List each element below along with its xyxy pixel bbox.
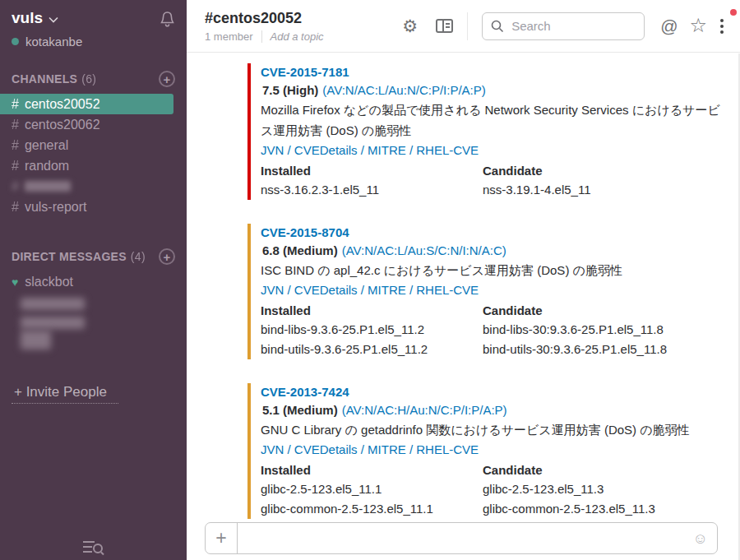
installed-package: bind-utils-9.3.6-25.P1.el5_11.2: [261, 340, 483, 359]
channels-count: (6): [81, 72, 96, 86]
hash-icon: #: [12, 97, 19, 112]
installed-package: nss-3.16.2.3-1.el5_11: [261, 180, 483, 200]
channel-header: #centos20052 1 member Add a topic ⚙ Sear…: [187, 0, 740, 53]
search-input[interactable]: Search: [482, 12, 645, 40]
candidate-field: Candidate nss-3.19.1-4.el5_11: [483, 162, 705, 200]
rhel-cve-link[interactable]: RHEL-CVE: [416, 283, 479, 297]
dms-header-label: DIRECT MESSAGES: [12, 250, 127, 263]
sidebar-item-centos20052[interactable]: # centos20052: [0, 94, 173, 114]
installed-package: glibc-common-2.5-123.el5_11.1: [261, 499, 483, 519]
current-user[interactable]: kotakanbe: [12, 35, 175, 49]
more-options-icon[interactable]: [720, 19, 724, 34]
reference-links: JVN / CVEDetails / MITRE / RHEL-CVE: [261, 141, 724, 160]
workspace-name[interactable]: vuls: [12, 9, 43, 27]
member-count[interactable]: 1 member: [205, 30, 253, 43]
sidebar-item-redacted-channel[interactable]: #: [0, 176, 187, 197]
channels-header-label: CHANNELS: [12, 72, 77, 86]
mitre-link[interactable]: MITRE: [368, 442, 406, 456]
message-input[interactable]: [238, 523, 693, 553]
cvss-vector-link[interactable]: (AV:N/AC:L/Au:N/C:P/I:P/A:P): [322, 83, 485, 97]
jvn-link[interactable]: JVN: [261, 442, 284, 456]
gear-icon[interactable]: ⚙: [402, 17, 418, 35]
sidebar-item-vuls-report[interactable]: # vuls-report: [0, 197, 187, 217]
page-title: #centos20052: [205, 10, 324, 27]
flexpane-toggle-icon[interactable]: [436, 19, 453, 33]
mitre-link[interactable]: MITRE: [368, 283, 406, 297]
candidate-package: glibc-2.5-123.el5_11.3: [483, 479, 705, 499]
slack-app: vuls kotakanbe CHANNELS (6) + # centos20…: [0, 0, 740, 560]
add-dm-icon[interactable]: +: [159, 248, 175, 265]
channel-label: centos20052: [25, 97, 100, 112]
presence-dot-icon: [12, 38, 19, 45]
heart-icon: ♥: [12, 275, 18, 289]
cvss-score: 7.5 (High): [262, 83, 318, 97]
add-channel-icon[interactable]: +: [159, 71, 175, 87]
redacted-channel-blur: #: [12, 179, 71, 194]
jvn-link[interactable]: JVN: [261, 283, 284, 297]
search-placeholder: Search: [511, 19, 551, 33]
channel-list-search-icon[interactable]: [82, 539, 104, 556]
hash-icon: #: [12, 118, 19, 132]
sidebar-item-general[interactable]: # general: [0, 135, 187, 155]
mentions-icon[interactable]: @: [660, 16, 678, 36]
cve-link[interactable]: CVE-2015-7181: [261, 63, 349, 81]
installed-package: bind-libs-9.3.6-25.P1.el5_11.2: [261, 320, 483, 340]
reference-links: JVN / CVEDetails / MITRE / RHEL-CVE: [261, 280, 724, 300]
rhel-cve-link[interactable]: RHEL-CVE: [416, 143, 479, 157]
cvedetails-link[interactable]: CVEDetails: [294, 442, 358, 456]
candidate-package: bind-utils-30:9.3.6-25.P1.el5_11.8: [483, 340, 705, 359]
sidebar-item-redacted-dm-2[interactable]: [0, 317, 187, 349]
reference-links: JVN / CVEDetails / MITRE / RHEL-CVE: [261, 440, 724, 460]
mitre-link[interactable]: MITRE: [368, 143, 406, 157]
message-composer: + ☺: [205, 522, 718, 554]
channels-section-header[interactable]: CHANNELS (6) +: [0, 71, 187, 87]
chevron-down-icon[interactable]: [49, 16, 58, 23]
rhel-cve-link[interactable]: RHEL-CVE: [416, 442, 479, 456]
cvss-score: 5.1 (Medium): [262, 403, 338, 417]
installed-field: Installed nss-3.16.2.3-1.el5_11: [261, 162, 483, 200]
hash-icon: #: [12, 200, 19, 215]
starred-items-icon[interactable]: ☆: [689, 16, 707, 35]
sidebar-item-slackbot[interactable]: ♥ slackbot: [0, 271, 187, 292]
dms-count: (4): [131, 250, 146, 263]
cve-link[interactable]: CVE-2015-8704: [261, 224, 349, 241]
sidebar-item-random[interactable]: # random: [0, 155, 187, 176]
header-divider: [467, 12, 468, 40]
message-attachment: CVE-2015-8704 6.8 (Medium)(AV:N/AC:L/Au:…: [247, 224, 724, 359]
sidebar: vuls kotakanbe CHANNELS (6) + # centos20…: [0, 0, 187, 560]
candidate-package: nss-3.19.1-4.el5_11: [483, 180, 705, 200]
jvn-link[interactable]: JVN: [261, 143, 284, 157]
hash-icon: #: [12, 159, 19, 174]
message-list: CVE-2015-7181 7.5 (High)(AV:N/AC:L/Au:N/…: [187, 53, 740, 520]
cvedetails-link[interactable]: CVEDetails: [294, 283, 358, 297]
installed-field: Installed glibc-2.5-123.el5_11.1 glibc-c…: [261, 461, 483, 519]
cvss-vector-link[interactable]: (AV:N/AC:H/Au:N/C:P/I:P/A:P): [342, 403, 507, 417]
cvss-vector-link[interactable]: (AV:N/AC:L/Au:S/C:N/I:N/A:C): [342, 243, 506, 257]
attach-file-button[interactable]: +: [206, 523, 238, 553]
invite-people-button[interactable]: + Invite People: [12, 384, 118, 404]
notifications-bell-icon[interactable]: [160, 11, 175, 27]
main-pane: #centos20052 1 member Add a topic ⚙ Sear…: [187, 0, 740, 560]
message-attachment: CVE-2015-7181 7.5 (High)(AV:N/AC:L/Au:N/…: [247, 63, 724, 200]
current-user-name: kotakanbe: [25, 35, 82, 49]
channel-label: centos20062: [25, 118, 100, 132]
installed-package: glibc-2.5-123.el5_11.1: [261, 479, 483, 499]
installed-field: Installed bind-libs-9.3.6-25.P1.el5_11.2…: [261, 302, 483, 359]
channel-label: vuls-report: [25, 200, 87, 215]
cvss-score: 6.8 (Medium): [262, 243, 338, 257]
notification-dot: [730, 9, 737, 16]
channel-label: random: [25, 159, 69, 174]
sidebar-item-redacted-dm-1[interactable]: [21, 298, 85, 310]
search-icon: [491, 20, 504, 33]
cvedetails-link[interactable]: CVEDetails: [294, 143, 358, 157]
vuln-summary: GNU C Library の getaddrinfo 関数におけるサービス運用…: [261, 419, 724, 440]
emoji-picker-icon[interactable]: ☺: [693, 531, 717, 546]
hash-icon: #: [12, 138, 19, 153]
sidebar-item-centos20062[interactable]: # centos20062: [0, 114, 187, 135]
message-attachment: CVE-2013-7424 5.1 (Medium)(AV:N/AC:H/Au:…: [247, 383, 724, 519]
dms-section-header[interactable]: DIRECT MESSAGES (4) +: [0, 248, 187, 265]
candidate-field: Candidate glibc-2.5-123.el5_11.3 glibc-c…: [483, 461, 705, 519]
cve-link[interactable]: CVE-2013-7424: [261, 383, 349, 400]
add-topic-button[interactable]: Add a topic: [271, 30, 324, 43]
channel-label: general: [25, 138, 68, 153]
